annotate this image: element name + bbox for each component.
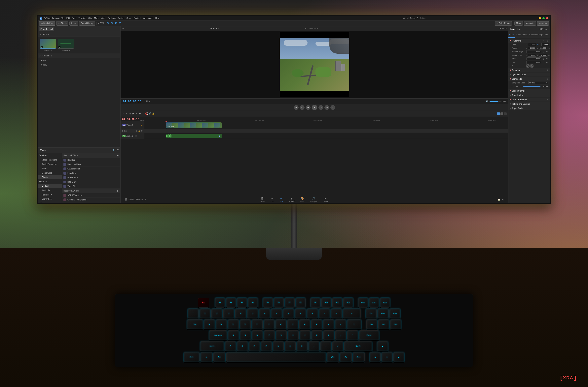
nav-fairlight[interactable]: 🎵 Fairlight xyxy=(311,197,317,202)
lens-correction-toggle[interactable]: ◎ xyxy=(546,98,549,101)
key-i[interactable]: I xyxy=(287,319,298,329)
menu-timeline[interactable]: Timeline xyxy=(79,17,86,19)
key-pgdn[interactable]: PgDn xyxy=(390,319,401,329)
radial-blur-item[interactable]: Radial Blur xyxy=(62,180,120,184)
key-del[interactable]: Del xyxy=(366,319,377,329)
pitch-keyframe[interactable]: ◇ xyxy=(542,58,545,60)
inspector-tab-transition[interactable]: Transition xyxy=(528,32,537,38)
open-fx-item[interactable]: Open FX xyxy=(38,179,62,184)
video-track-content[interactable]: 6826.mp4 xyxy=(145,121,508,129)
key-ins[interactable]: Ins xyxy=(366,309,377,318)
chromatic-adaptation-item[interactable]: Chromatic Adaptation xyxy=(62,198,120,202)
key-m[interactable]: M xyxy=(296,341,308,351)
settings-icon[interactable]: ⚙ xyxy=(502,198,504,201)
key-p[interactable]: P xyxy=(311,319,322,329)
key-7[interactable]: 7 xyxy=(271,309,282,318)
position-keyframe[interactable]: ◇ xyxy=(548,47,550,49)
step-back-button[interactable]: ◁ xyxy=(300,105,305,110)
favorites-item[interactable]: Favorites xyxy=(38,201,62,203)
key-z[interactable]: Z xyxy=(225,341,236,351)
key-f[interactable]: F xyxy=(264,330,275,340)
key-rshift[interactable]: Shift xyxy=(344,341,372,351)
key-equals[interactable]: = xyxy=(331,309,342,318)
transform-reset[interactable]: ↺ xyxy=(543,39,545,42)
cut-tool[interactable]: ✂ xyxy=(125,112,128,116)
key-y[interactable]: Y xyxy=(264,319,274,329)
key-1[interactable]: 1 xyxy=(200,309,210,318)
transform-header[interactable]: Transform ↺ ◎ xyxy=(508,39,550,43)
inspector-tab-audio[interactable]: Audio xyxy=(515,32,522,38)
key-home[interactable]: Home xyxy=(378,309,388,318)
mosaic-blur-item[interactable]: Mosaic Blur xyxy=(62,175,120,180)
yaw-reset[interactable]: ↺ xyxy=(546,61,548,64)
linked-button[interactable]: 🔗 xyxy=(148,113,151,115)
inspector-button[interactable]: Inspector xyxy=(537,21,549,26)
retime-header[interactable]: Retime and Scaling xyxy=(508,102,550,106)
key-space[interactable] xyxy=(226,352,326,362)
key-s[interactable]: S xyxy=(240,330,251,340)
zoom-y-value[interactable]: 1.000 xyxy=(542,43,549,46)
quick-export-button[interactable]: ↑ Quick Export xyxy=(495,21,512,26)
generators-item[interactable]: Generators xyxy=(38,171,62,175)
volume-slider[interactable] xyxy=(489,101,502,102)
super-scale-header[interactable]: Super Scale xyxy=(508,106,550,110)
selection-tool[interactable]: ↖ xyxy=(122,112,125,116)
titles-item[interactable]: Titles xyxy=(38,166,62,171)
key-quote[interactable]: ' xyxy=(347,330,358,340)
key-backspace[interactable]: ⌫ xyxy=(343,309,361,318)
menu-playback[interactable]: Playback xyxy=(108,17,116,19)
menu-file[interactable]: File xyxy=(61,17,64,19)
key-lalt[interactable]: Alt xyxy=(213,352,225,362)
inspector-tab-video[interactable]: Video xyxy=(508,32,515,38)
cropping-toggle[interactable]: ◎ xyxy=(546,69,549,72)
key-slash[interactable]: / xyxy=(332,341,343,351)
video-clip-1[interactable]: 6826.mp4 xyxy=(166,122,222,128)
media-item-timeline[interactable]: T Timeline 1 xyxy=(58,39,74,51)
key-capslock[interactable]: Caps Lock xyxy=(209,330,227,340)
menu-workspace[interactable]: Workspace xyxy=(143,17,153,19)
smart-bins-header[interactable]: ▶ Smart Bins xyxy=(38,54,120,58)
black-flag[interactable] xyxy=(504,113,507,115)
dynamic-trim-tool[interactable]: ⊢ xyxy=(132,112,135,116)
audio-transitions-item[interactable]: Audio Transitions xyxy=(38,162,62,166)
key-backtick[interactable]: ` xyxy=(188,309,199,318)
tab-media-pool[interactable]: ⊞ Media Pool xyxy=(39,27,54,31)
composite-header[interactable]: Composite ◎ xyxy=(508,77,550,81)
key-f12[interactable]: F12 xyxy=(343,298,353,308)
audio-fx-item[interactable]: Audio FX xyxy=(38,188,62,193)
key-q[interactable]: Q xyxy=(204,319,215,329)
video-transitions-item[interactable]: Video Transitions xyxy=(38,157,62,162)
key-f3[interactable]: F3 xyxy=(237,298,247,308)
zoom-x-value[interactable]: 1.000 xyxy=(528,43,536,46)
nav-deliver[interactable]: ▶ Deliver xyxy=(323,197,328,202)
toolbox-item[interactable]: Toolbox xyxy=(38,153,62,157)
composite-toggle[interactable]: ◎ xyxy=(546,77,549,80)
transform-toggle[interactable]: ◎ xyxy=(546,39,549,42)
menu-edit[interactable]: Edit xyxy=(66,17,70,19)
key-0[interactable]: 0 xyxy=(307,309,318,318)
key-lbracket[interactable]: [ xyxy=(323,319,334,329)
key-b[interactable]: B xyxy=(273,341,284,351)
key-pgup[interactable]: PgUp xyxy=(389,309,400,318)
key-period[interactable]: . xyxy=(320,341,331,351)
play-button[interactable]: ▶ xyxy=(312,105,317,110)
rotation-value[interactable]: 0.000 xyxy=(526,50,541,53)
stabilization-header[interactable]: Stabilization xyxy=(508,93,550,97)
position-y-value[interactable]: 89.523 xyxy=(539,47,547,49)
gaussian-blur-item[interactable]: Gaussian Blur xyxy=(62,167,120,171)
color-compressor-item[interactable]: Color Compressor xyxy=(62,202,120,203)
directional-blur-item[interactable]: Directional Blur xyxy=(62,162,120,167)
effects-menu-icon[interactable]: ☰ xyxy=(117,149,119,152)
anchor-y-value[interactable]: 0.000 xyxy=(539,54,547,57)
box-blur-item[interactable]: Box Blur xyxy=(62,158,120,162)
key-comma[interactable]: , xyxy=(309,341,319,351)
anchor-keyframe[interactable]: ◇ xyxy=(548,54,550,57)
key-f2[interactable]: F2 xyxy=(226,298,236,308)
cropping-header[interactable]: Cropping ◎ xyxy=(508,68,550,72)
mixer-button[interactable]: Mixer xyxy=(514,21,523,26)
collapse-color-icon[interactable]: ▶ xyxy=(117,190,119,192)
maximize-button[interactable] xyxy=(543,17,545,19)
key-8[interactable]: 8 xyxy=(283,309,294,318)
metadata-button[interactable]: Metadata xyxy=(524,21,536,26)
composite-mode-dropdown[interactable]: Normal ▾ xyxy=(528,81,548,84)
